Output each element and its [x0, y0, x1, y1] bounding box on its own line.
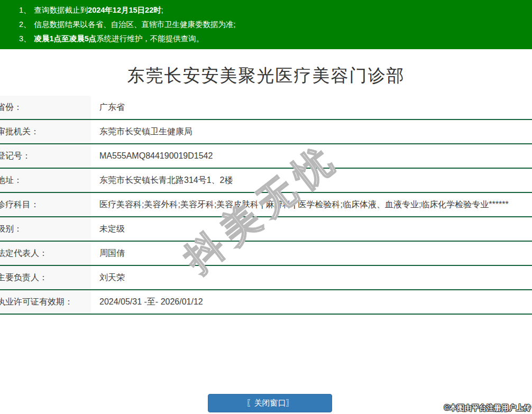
notice-line-2: 2、信息数据结果以各省、自治区、直辖市卫生健康委数据为准;	[19, 17, 532, 32]
row-label: 地址：	[0, 169, 91, 192]
row-label: 诊疗科目：	[0, 193, 91, 216]
table-row-legal-representative: 法定代表人： 周国倩	[0, 242, 532, 266]
notice-text-bold: 凌晨1点至凌晨5点	[34, 34, 97, 43]
table-row-license-validity: 执业许可证有效期： 2024/05/31 -至- 2026/01/12	[0, 290, 532, 315]
notice-text: 系统进行维护，不能提供查询。	[96, 34, 204, 43]
row-label: 省份：	[0, 96, 91, 119]
notice-text: 查询数据截止到	[34, 6, 88, 14]
table-row-medical-subjects: 诊疗科目： 医疗美容科;美容外科;美容牙科;美容皮肤科 | 麻醉科 | 医学检验…	[0, 193, 532, 217]
row-label: 级别：	[0, 217, 91, 241]
notice-line-number: 1、	[19, 6, 31, 14]
table-row-address: 地址： 东莞市长安镇长青北路314号1、2楼	[0, 169, 532, 193]
row-value: 广东省	[91, 96, 532, 119]
notice-text: 信息数据结果以各省、自治区、直辖市卫生健康委数据为准;	[34, 20, 236, 29]
table-row-approval-authority: 审批机关： 东莞市长安镇卫生健康局	[0, 120, 532, 144]
row-value: 未定级	[91, 217, 532, 241]
notice-text-bold: 2024年12月15日22时	[88, 6, 161, 14]
institution-detail-table: 省份： 广东省 审批机关： 东莞市长安镇卫生健康局 登记号： MA555AMQ8…	[0, 96, 532, 315]
row-label: 登记号：	[0, 144, 91, 168]
notice-line-3: 3、凌晨1点至凌晨5点系统进行维护，不能提供查询。	[19, 32, 532, 46]
row-value: 周国倩	[91, 242, 532, 265]
row-label: 执业许可证有效期：	[0, 290, 91, 314]
row-label: 法定代表人：	[0, 242, 91, 265]
row-label: 审批机关：	[0, 120, 91, 143]
row-value: MA555AMQ844190019D1542	[91, 144, 532, 168]
row-value: 东莞市长安镇长青北路314号1、2楼	[91, 169, 532, 192]
table-row-province: 省份： 广东省	[0, 96, 532, 120]
row-value: 刘天荣	[91, 266, 532, 289]
notice-line-number: 2、	[19, 20, 31, 29]
row-label: 主要负责人：	[0, 266, 91, 289]
row-value: 医疗美容科;美容外科;美容牙科;美容皮肤科 | 麻醉科 | 医学检验科;临床体液…	[91, 193, 532, 216]
table-row-registration-number: 登记号： MA555AMQ844190019D1542	[0, 144, 532, 169]
table-row-main-responsible-person: 主要负责人： 刘天荣	[0, 266, 532, 290]
notice-banner: 1、查询数据截止到2024年12月15日22时; 2、信息数据结果以各省、自治区…	[0, 0, 532, 49]
table-row-level: 级别： 未定级	[0, 217, 532, 242]
notice-text: ;	[161, 6, 163, 14]
row-value: 东莞市长安镇卫生健康局	[91, 120, 532, 143]
notice-line-number: 3、	[19, 34, 31, 43]
page-title: 东莞长安安美聚光医疗美容门诊部	[0, 64, 532, 88]
row-value: 2024/05/31 -至- 2026/01/12	[91, 290, 532, 314]
close-window-button[interactable]: 〖关闭窗口〗	[208, 394, 332, 412]
notice-line-1: 1、查询数据截止到2024年12月15日22时;	[19, 3, 532, 17]
credit-watermark: ©本图由平台注册用户上传	[444, 403, 531, 413]
query-result-page: 1、查询数据截止到2024年12月15日22时; 2、信息数据结果以各省、自治区…	[0, 0, 532, 414]
